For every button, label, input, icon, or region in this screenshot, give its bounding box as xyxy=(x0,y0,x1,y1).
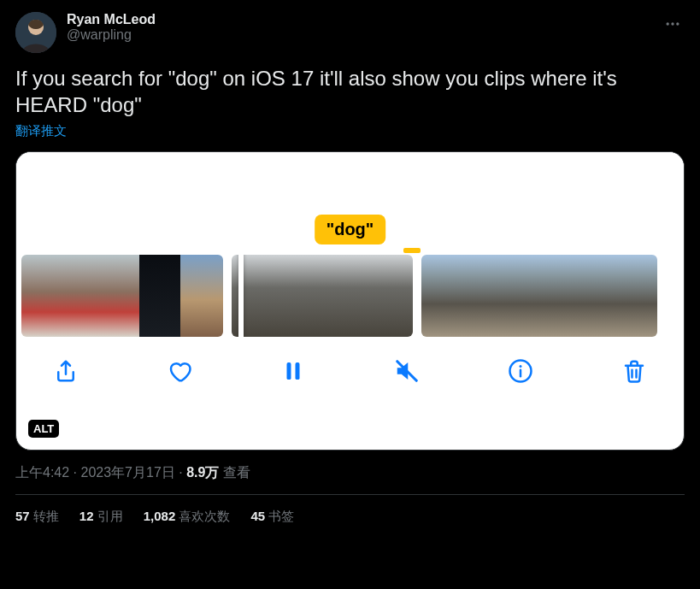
video-thumbnail xyxy=(61,255,100,337)
post-time[interactable]: 上午4:42 xyxy=(15,465,69,480)
heart-icon[interactable] xyxy=(166,357,193,385)
retweets-label: 转推 xyxy=(33,509,59,523)
views-label: 查看 xyxy=(223,465,250,480)
svg-point-10 xyxy=(520,365,522,368)
video-thumbnail xyxy=(421,255,461,337)
quotes-stat[interactable]: 12 引用 xyxy=(79,509,123,525)
video-filmstrip[interactable] xyxy=(16,255,684,337)
tweet-container: Ryan McLeod @warpling If you search for … xyxy=(0,0,700,542)
pause-icon[interactable] xyxy=(279,357,307,385)
svg-point-3 xyxy=(671,22,674,25)
media-top-area: "dog" xyxy=(16,152,684,255)
share-icon[interactable] xyxy=(52,357,79,385)
video-thumbnail xyxy=(322,255,368,337)
trash-icon[interactable] xyxy=(621,357,648,385)
video-thumbnail xyxy=(539,255,579,337)
bookmarks-count: 45 xyxy=(250,509,265,523)
views-count[interactable]: 8.9万 xyxy=(186,465,219,480)
svg-rect-5 xyxy=(287,362,291,380)
post-date[interactable]: 2023年7月17日 xyxy=(80,465,174,480)
video-thumbnail xyxy=(500,255,539,337)
display-name[interactable]: Ryan McLeod xyxy=(67,12,650,27)
video-thumbnail xyxy=(461,255,500,337)
quotes-count: 12 xyxy=(79,509,94,523)
mute-icon[interactable] xyxy=(393,357,421,385)
retweets-stat[interactable]: 57 转推 xyxy=(15,509,59,525)
tweet-meta: 上午4:42 · 2023年7月17日 · 8.9万 查看 xyxy=(15,464,685,482)
clip-group-active[interactable] xyxy=(232,255,413,337)
quotes-label: 引用 xyxy=(97,509,123,523)
likes-stat[interactable]: 1,082 喜欢次数 xyxy=(144,509,231,525)
video-thumbnail xyxy=(180,255,223,337)
likes-count: 1,082 xyxy=(144,509,176,523)
video-thumbnail xyxy=(100,255,139,337)
video-thumbnail xyxy=(21,255,61,337)
alt-badge[interactable]: ALT xyxy=(28,420,59,438)
tweet-stats: 57 转推 12 引用 1,082 喜欢次数 45 书签 xyxy=(15,495,685,533)
video-thumbnail xyxy=(579,255,618,337)
retweets-count: 57 xyxy=(15,509,30,523)
svg-point-2 xyxy=(667,22,669,25)
tweet-header: Ryan McLeod @warpling xyxy=(15,12,685,53)
clip-group[interactable] xyxy=(421,255,657,337)
svg-point-4 xyxy=(676,22,679,25)
media-card[interactable]: "dog" xyxy=(15,151,685,451)
user-handle[interactable]: @warpling xyxy=(67,27,650,43)
clip-group[interactable] xyxy=(21,255,223,337)
author-name-block: Ryan McLeod @warpling xyxy=(67,12,650,43)
playhead[interactable] xyxy=(238,255,244,337)
bookmarks-stat[interactable]: 45 书签 xyxy=(250,509,294,525)
avatar[interactable] xyxy=(15,12,56,53)
video-thumbnail xyxy=(618,255,657,337)
caption-marker xyxy=(403,248,421,253)
video-thumbnail xyxy=(277,255,322,337)
svg-rect-6 xyxy=(296,362,300,380)
caption-bubble: "dog" xyxy=(315,215,386,244)
translate-link[interactable]: 翻译推文 xyxy=(15,123,67,139)
info-icon[interactable] xyxy=(507,357,534,385)
video-toolbar xyxy=(16,337,684,402)
more-options-button[interactable] xyxy=(661,12,685,39)
likes-label: 喜欢次数 xyxy=(179,509,230,523)
video-thumbnail xyxy=(139,255,180,337)
tweet-text: If you search for "dog" on iOS 17 it'll … xyxy=(15,65,685,118)
bookmarks-label: 书签 xyxy=(268,509,294,523)
video-thumbnail xyxy=(368,255,413,337)
